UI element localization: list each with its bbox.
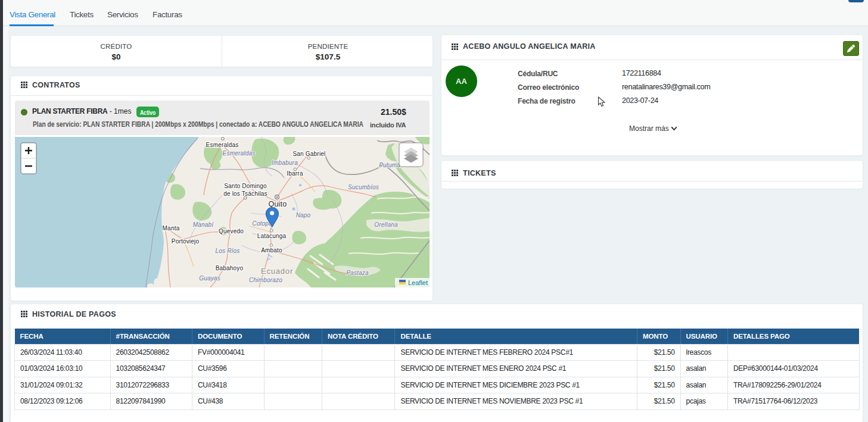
svg-text:Quevedo: Quevedo [219,228,244,235]
svg-text:San Gabriel: San Gabriel [293,151,325,157]
svg-text:Guayas: Guayas [199,275,220,282]
svg-text:de los Tsáchilas: de los Tsáchilas [223,190,267,197]
svg-text:Quito: Quito [269,200,287,208]
svg-text:Manabí: Manabí [193,221,214,228]
svg-text:Chimborazo: Chimborazo [249,277,282,283]
svg-text:Santo Domingo: Santo Domingo [224,183,267,189]
svg-text:Latacunga: Latacunga [257,233,287,239]
svg-text:Napo: Napo [296,212,311,218]
svg-text:Babahoyo: Babahoyo [216,265,244,271]
svg-text:Ambato: Ambato [261,247,282,254]
svg-text:Portoviejo: Portoviejo [172,238,200,245]
svg-text:Pastaza: Pastaza [346,270,369,276]
svg-text:Orellana: Orellana [374,221,398,228]
svg-text:Putuma: Putuma [379,162,400,168]
svg-text:Los Ríos: Los Ríos [215,248,239,254]
svg-text:Manta: Manta [163,225,180,232]
svg-text:Imbabura: Imbabura [272,160,298,166]
svg-text:Esmeraldas: Esmeraldas [223,150,256,157]
svg-text:Ibarra: Ibarra [287,170,303,177]
svg-text:Esmeraldas: Esmeraldas [206,142,239,148]
svg-text:Sucumbíos: Sucumbíos [348,184,379,190]
svg-text:Ecuador: Ecuador [261,267,293,276]
svg-text:Leaflet: Leaflet [408,279,428,286]
